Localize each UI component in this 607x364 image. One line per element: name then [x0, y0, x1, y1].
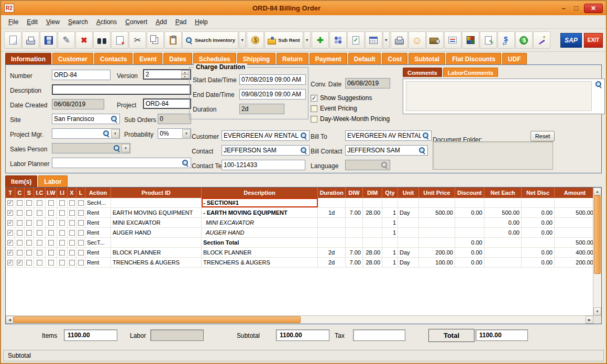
tab-comments[interactable]: Comments: [403, 68, 442, 77]
projector-button[interactable]: [426, 31, 444, 49]
menu-convert[interactable]: Convert: [122, 17, 150, 27]
column-header-net-each[interactable]: Net Each: [484, 187, 522, 198]
spinner-up-icon[interactable]: ▲: [181, 70, 189, 74]
menu-add[interactable]: Add: [152, 17, 170, 27]
customer-field[interactable]: EVERGREEN AV RENTAL: [222, 130, 310, 141]
contact-field[interactable]: JEFFERSON SAM: [222, 145, 310, 156]
menu-help[interactable]: Help: [192, 17, 211, 27]
chevron-down-icon[interactable]: ▼: [111, 129, 119, 138]
tab-subtotal[interactable]: Subtotal: [409, 53, 445, 64]
items-total-field[interactable]: 1100.00: [64, 329, 117, 341]
start-date-field[interactable]: 07/08/2019 09:00 AM: [239, 74, 306, 85]
row-checkbox[interactable]: [69, 250, 75, 256]
rubik-cube-button[interactable]: [462, 31, 479, 49]
row-checkbox[interactable]: [26, 220, 32, 226]
search-icon[interactable]: [418, 147, 426, 154]
row-checkbox[interactable]: ✓: [7, 210, 13, 216]
search-icon[interactable]: [422, 132, 429, 139]
row-checkbox[interactable]: [59, 260, 65, 266]
search-icon[interactable]: [595, 81, 602, 88]
close-button[interactable]: ✕: [584, 4, 603, 13]
menu-file[interactable]: File: [5, 17, 21, 27]
column-header-i-w[interactable]: I.W: [46, 187, 57, 198]
minimize-button[interactable]: –: [559, 4, 568, 12]
column-header-amount[interactable]: Amount: [555, 187, 593, 198]
column-header-unit[interactable]: Unit: [398, 187, 419, 198]
labor-planner-field[interactable]: [52, 158, 191, 168]
menu-search[interactable]: Search: [65, 17, 91, 27]
row-checkbox[interactable]: [48, 200, 54, 206]
column-header-c[interactable]: C: [15, 187, 25, 198]
column-header-i-i[interactable]: I.I: [57, 187, 68, 198]
column-header-s[interactable]: S: [25, 187, 34, 198]
delete-button[interactable]: ✖: [75, 31, 93, 49]
row-checkbox[interactable]: [37, 220, 42, 226]
table-row[interactable]: ✓SecH...- SECTION#1: [6, 198, 593, 208]
version-spinner[interactable]: ▲▼: [181, 70, 189, 79]
sales-person-combo[interactable]: ▼: [52, 143, 130, 153]
reset-button[interactable]: Reset: [531, 131, 555, 141]
menu-actions[interactable]: Actions: [93, 17, 120, 27]
column-header-discount[interactable]: Discount: [455, 187, 484, 198]
fax-machine-button[interactable]: [391, 31, 408, 49]
search-icon[interactable]: [300, 132, 307, 139]
row-checkbox[interactable]: ✓: [7, 230, 13, 236]
tab-cost[interactable]: Cost: [382, 53, 407, 64]
row-checkbox[interactable]: [59, 240, 65, 246]
tab-payment[interactable]: Payment: [310, 53, 347, 64]
row-checkbox[interactable]: [69, 230, 75, 236]
scroll-up-icon[interactable]: ▲: [593, 187, 601, 195]
print-button[interactable]: [22, 31, 39, 49]
menu-edit[interactable]: Edit: [24, 17, 41, 27]
row-checkbox[interactable]: [78, 250, 84, 256]
spinner-down-icon[interactable]: ▼: [181, 74, 189, 79]
maximize-button[interactable]: □: [571, 4, 581, 12]
description-field[interactable]: [52, 84, 191, 95]
currency-exchange-button[interactable]: [498, 31, 515, 49]
column-header-description[interactable]: Description: [202, 187, 318, 198]
site-field[interactable]: San Francisco: [52, 114, 120, 124]
row-checkbox[interactable]: ✓: [17, 260, 23, 266]
tab-dates[interactable]: Dates: [163, 53, 192, 64]
show-suggestions-checkbox[interactable]: ✓ Show Suggestions: [311, 94, 372, 102]
row-checkbox[interactable]: ✓: [7, 260, 13, 266]
sap-button[interactable]: SAP: [560, 33, 582, 48]
search-icon[interactable]: [103, 130, 110, 137]
row-checkbox[interactable]: [17, 230, 23, 236]
day-week-month-pricing-checkbox[interactable]: Day-Week-Month Pricing: [311, 115, 390, 123]
cut-button[interactable]: ✂: [129, 31, 146, 49]
total-field[interactable]: 1100.00: [476, 329, 528, 341]
row-checkbox[interactable]: [69, 260, 75, 266]
row-checkbox[interactable]: [69, 240, 75, 246]
row-checkbox[interactable]: [48, 260, 54, 266]
row-checkbox[interactable]: [48, 240, 54, 246]
row-checkbox[interactable]: [48, 210, 54, 216]
copy-button[interactable]: [147, 31, 164, 49]
table-row[interactable]: ✓RentMINI EXCAVATORMINI EXCAVATOR10.000.…: [6, 218, 593, 228]
hscroll-thumb[interactable]: [14, 316, 301, 323]
event-pricing-checkbox[interactable]: Event Pricing: [311, 105, 357, 112]
contact-tel-field[interactable]: 100-121433: [222, 160, 305, 170]
row-checkbox[interactable]: [26, 260, 32, 266]
scroll-down-icon[interactable]: ▼: [593, 307, 601, 315]
bill-to-field[interactable]: EVERGREEN AV RENTAL: [345, 130, 432, 141]
table-row[interactable]: ✓RentBLOCK PLANNERBLOCK PLANNER2d7.0028.…: [6, 248, 593, 258]
tab-udf[interactable]: UDF: [502, 53, 527, 64]
search-inventory-dropdown-button[interactable]: ▼: [239, 31, 246, 49]
row-checkbox[interactable]: [17, 210, 23, 216]
hscroll-track[interactable]: [14, 316, 586, 324]
row-checkbox[interactable]: [17, 240, 23, 246]
column-header-action[interactable]: Action: [85, 187, 111, 198]
edit-note-button[interactable]: [347, 31, 365, 49]
chevron-down-icon[interactable]: ▼: [182, 129, 191, 138]
row-checkbox[interactable]: [17, 250, 23, 256]
vscroll-thumb[interactable]: [594, 195, 601, 274]
row-checkbox[interactable]: [26, 240, 32, 246]
tab-labor[interactable]: Labor: [38, 175, 67, 187]
row-checkbox[interactable]: [78, 230, 84, 236]
menu-pad[interactable]: Pad: [172, 17, 190, 27]
tab-default[interactable]: Default: [348, 53, 381, 64]
table-row[interactable]: ✓RentEARTH MOVING EQUIPMENT- EARTH MOVIN…: [6, 208, 593, 218]
row-checkbox[interactable]: [37, 250, 42, 256]
row-checkbox[interactable]: [69, 210, 75, 216]
